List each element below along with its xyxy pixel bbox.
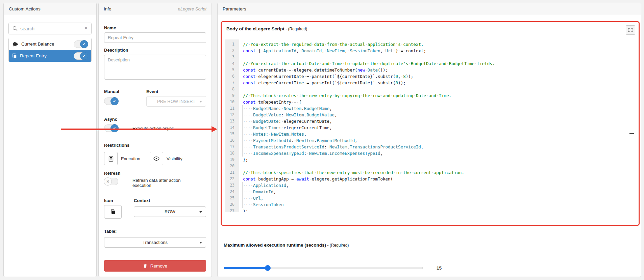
event-select[interactable]: PRE ROW INSERT [146,96,206,107]
context-label: Context [134,198,206,203]
line-number: 14 [225,124,239,131]
description-textarea[interactable] [104,55,206,80]
search-icon [12,26,18,31]
runtime-field-label: Maximum allowed execution runtime (secon… [224,243,349,248]
runtime-slider-fill [224,267,268,269]
line-number: 21 [225,169,239,176]
line-number: 26 [225,201,239,208]
info-panel: Info eLegere Script Name Description Man… [98,3,212,277]
code-line: 17····TransactionsProductServiceId:·NewI… [225,144,638,150]
custom-actions-header: Custom Actions [4,3,96,15]
code-line: 20 [225,163,638,169]
annotation-highlight-box: Body of the eLegere Script - (Required) … [221,21,640,226]
line-number: 15 [225,131,239,137]
async-toggle[interactable]: ✓ [104,124,118,132]
line-number: 11 [225,105,239,112]
line-number: 13 [225,118,239,124]
line-number: 17 [225,144,239,150]
piggy-bank-icon [12,41,18,47]
name-label: Name [104,25,206,30]
calculator-icon [108,156,114,162]
list-item-repeat-entry[interactable]: Repeat Entry ✓ [9,50,91,62]
manual-toggle[interactable]: ✓ [104,97,118,105]
line-number: 12 [225,112,239,118]
line-number: 20 [225,163,239,169]
editor-scroll-marker[interactable] [629,133,634,134]
code-line: 27); [225,208,638,212]
runtime-value: 15 [437,265,442,271]
code-line: 6const·elegereCurrentDate·=·parseInt(`${… [225,73,638,80]
line-number: 24 [225,189,239,195]
context-select[interactable]: ROW [134,206,206,217]
repeat-entry-toggle[interactable]: ✓ [74,52,88,60]
execution-label: Execution [121,156,140,161]
action-list: Current Balance ✓ Repeat Entry ✓ [8,38,92,62]
async-label: Async [104,117,206,122]
line-number: 2 [225,48,239,54]
toggle-knob: ✓ [110,124,119,132]
code-line: 9//·This·block·creates·the·new·entry·by·… [225,92,638,99]
description-label: Description [104,48,206,53]
refresh-toggle[interactable]: ✕ [104,178,118,185]
code-line: 8 [225,86,638,92]
parameters-header: Parameters [218,3,641,15]
search-box: ✕ [8,23,92,34]
line-number: 4 [225,60,239,67]
code-line: 16····PaymentMethodId:·NewItem.PaymentMe… [225,137,638,144]
refresh-label: Refresh [104,171,206,176]
line-number: 23 [225,182,239,189]
eye-icon [153,155,160,162]
info-title: Info [104,3,112,15]
toggle-knob: ✕ [104,177,112,186]
search-clear-icon[interactable]: ✕ [84,26,88,31]
copy-icon [110,209,116,215]
code-line: 7const·elegereCurrentTime·=·parseInt(`${… [225,80,638,86]
line-number: 10 [225,99,239,105]
current-balance-toggle[interactable]: ✓ [74,40,88,48]
remove-button[interactable]: Remove [104,260,206,272]
code-line: 3 [225,54,638,60]
line-number: 1 [225,41,239,48]
table-select[interactable]: Transactions [104,237,206,248]
search-input[interactable] [20,23,84,34]
info-header: Info eLegere Script [99,3,212,15]
code-editor[interactable]: 1//·You·extract·the·required·data·from·t… [225,39,638,212]
code-line: 19}; [225,157,638,163]
remove-label: Remove [150,263,167,269]
info-subtitle: eLegere Script [178,3,206,15]
table-label: Table: [104,229,206,234]
chevron-down-icon [199,211,202,213]
toggle-knob: ✓ [80,52,88,60]
trash-icon [143,263,148,269]
visibility-button[interactable] [150,152,163,165]
runtime-slider[interactable] [224,267,423,269]
annotation-arrow-line [61,129,212,130]
line-number: 18 [225,150,239,157]
list-item-label: Current Balance [21,41,54,47]
line-number: 6 [225,73,239,80]
expand-icon [628,28,633,32]
icon-button[interactable] [104,205,122,219]
line-number: 22 [225,176,239,182]
event-label: Event [146,89,206,94]
line-number: 19 [225,157,239,163]
code-line: 21//·This·block·specifies·that·the·new·e… [225,169,638,176]
code-line: 2const·{·ApplicationId,·DomainId,·NewIte… [225,48,638,54]
manual-label: Manual [104,89,146,94]
restrictions-label: Restrictions [104,143,206,148]
name-input[interactable] [104,32,206,43]
icon-label: Icon [104,198,134,203]
toggle-knob: ✓ [80,40,88,48]
annotation-arrow-head [212,126,217,132]
list-item-label: Repeat Entry [20,53,47,58]
execution-button[interactable] [104,152,118,165]
chevron-down-icon [199,242,202,244]
line-number: 3 [225,54,239,60]
code-line: 1//·You·extract·the·required·data·from·t… [225,41,638,48]
line-number: 16 [225,137,239,144]
list-item-current-balance[interactable]: Current Balance ✓ [9,38,91,50]
line-number: 27 [225,208,239,212]
runtime-slider-thumb[interactable] [265,265,271,271]
code-line: 12····BudgetValue:·NewItem.BudgetValue, [225,112,638,118]
fullscreen-button[interactable] [626,25,635,35]
